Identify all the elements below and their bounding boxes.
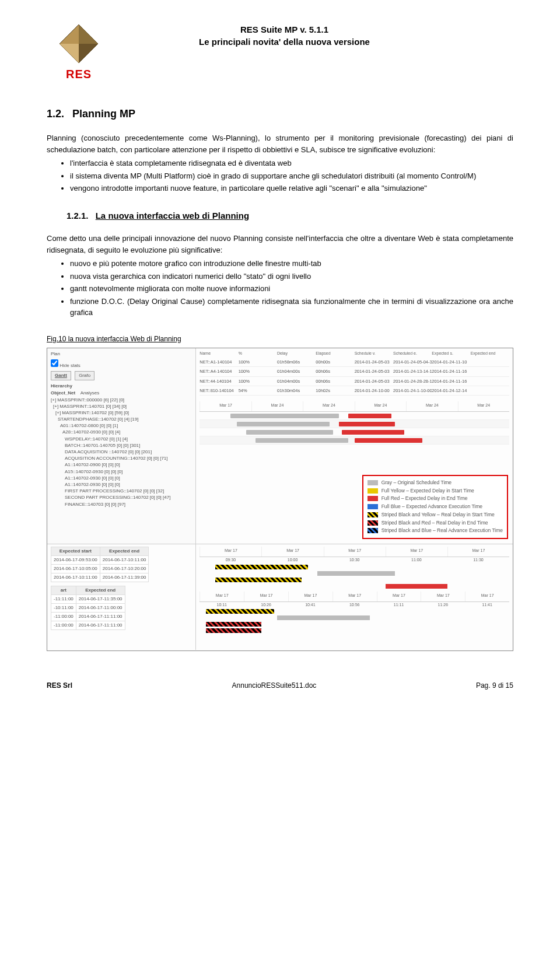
title-line1: RES Suite MP v. 5.1.1: [120, 23, 449, 36]
tree-item[interactable]: FINANCE::140703 [0] [0] [97]: [51, 501, 192, 508]
legend-item: Full Yellow – Expected Delay in Start Ti…: [368, 487, 503, 495]
res-diamond-icon: [58, 23, 99, 64]
gantt-panel: Name%DelayElapsedSchedule v.Scheduled e.…: [196, 348, 513, 544]
res-logo-text: RES: [47, 65, 111, 83]
page-footer: RES Srl AnnuncioRESSuite511.doc Pag. 9 d…: [47, 680, 513, 691]
footer-center: AnnuncioRESSuite511.doc: [232, 680, 317, 691]
list-item: l'interfaccia è stata completamente ridi…: [70, 158, 513, 169]
hierarchy-panel: Plan Hide stats Gantt Grafo Hierarchy Ob…: [47, 348, 196, 544]
hide-stats-label: Hide stats: [60, 363, 80, 368]
tree-header: Hierarchy: [51, 383, 192, 390]
logo-block: RES: [47, 23, 111, 83]
tree-item[interactable]: SECOND PART PROCESSING::140702 [0] [0] […: [51, 494, 192, 501]
section-title: Planning MP: [72, 106, 135, 122]
subsection-title: La nuova interfaccia web di Planning: [96, 211, 249, 221]
footer-left: RES Srl: [47, 680, 72, 691]
legend-item: Full Blue – Expected Advance Execution T…: [368, 503, 503, 510]
legend-item: Full Red – Expected Delay in End Time: [368, 495, 503, 502]
list-item: funzione D.O.C. (Delay Original Cause) c…: [70, 296, 513, 319]
legend-item: Gray – Original Scheduled Time: [368, 479, 503, 487]
tree-item[interactable]: A15::140702-0930 [0] [0] [0]: [51, 468, 192, 475]
svg-marker-2: [79, 44, 98, 63]
tree-item[interactable]: A28::140702-0930 [0] [0] [4]: [51, 429, 192, 435]
tree-item[interactable]: A1::140702-0900 [0] [0] [0]: [51, 461, 192, 468]
figure-caption: Fig.10 la nuova interfaccia Web di Plann…: [47, 334, 513, 344]
subsection-number: 1.2.1.: [66, 211, 89, 221]
subsection-heading: 1.2.1. La nuova interfaccia web di Plann…: [66, 209, 513, 223]
section-heading: 1.2. Planning MP: [47, 106, 513, 122]
bottom-left-table: Expected startExpected end2014-06-17-09:…: [47, 544, 196, 650]
page-header: RES RES Suite MP v. 5.1.1 Le principali …: [47, 23, 513, 83]
tree-item[interactable]: BATCH::140701-140705 [0] [0] [301]: [51, 442, 192, 449]
legend-item: Striped Black and Yellow – Real Delay in…: [368, 511, 503, 519]
hide-stats-checkbox[interactable]: [51, 359, 58, 367]
tree-item[interactable]: WSPDELAY::140702 [0] [1] [4]: [51, 436, 192, 442]
object-net-label: Object_Net: [51, 390, 75, 396]
tree-item[interactable]: ACQUISITION ACCOUNTING::140702 [0] [0] […: [51, 455, 192, 461]
svg-marker-1: [79, 25, 98, 44]
list-item: nuovo e più potente motore grafico con i…: [70, 258, 513, 270]
legend-box: Gray – Original Scheduled TimeFull Yello…: [362, 475, 508, 539]
subsection-intro: Come detto una delle principali innovazi…: [47, 233, 513, 256]
footer-right: Pag. 9 di 15: [476, 680, 513, 691]
section-bullet-list: l'interfaccia è stata completamente ridi…: [70, 158, 513, 194]
tabs: Gantt Grafo: [51, 371, 192, 380]
plan-label: Plan: [51, 351, 60, 356]
tree-item[interactable]: A1::140702-0930 [0] [0] [0]: [51, 481, 192, 488]
section-intro: Planning (conosciuto precedentemente com…: [47, 132, 513, 155]
tree-item[interactable]: A01::140702-0800 [0] [0] [1]: [51, 422, 192, 429]
subsection-bullet-list: nuovo e più potente motore grafico con i…: [70, 258, 513, 319]
tree-item[interactable]: FIRST PART PROCESSING::140702 [0] [0] [3…: [51, 488, 192, 494]
tree-item[interactable]: [+] MASSPRINT::140701 [0] [34] [0]: [51, 403, 192, 410]
list-item: il sistema diventa MP (Multi Platform) c…: [70, 170, 513, 182]
list-item: vengono introdotte importanti nuove feat…: [70, 183, 513, 194]
header-title: RES Suite MP v. 5.1.1 Le principali novi…: [120, 23, 449, 48]
list-item: nuova vista gerarchica con indicatori nu…: [70, 271, 513, 282]
legend-item: Striped Black and Red – Real Delay in En…: [368, 519, 503, 527]
tree-item[interactable]: [+] MASSPRINT::140702 [0] [59] [0]: [51, 410, 192, 416]
analyses-label: Analyses: [80, 390, 99, 396]
tab-gantt[interactable]: Gantt: [51, 371, 71, 380]
tree-item[interactable]: [+] MASSPRINT::000000 [6] [22] [0]: [51, 397, 192, 403]
bottom-gantt: Mar 17Mar 17Mar 17Mar 17Mar 1709:3010:00…: [196, 544, 513, 650]
tree-item[interactable]: DATA ACQUISITION ::140702 [0] [0] [201]: [51, 449, 192, 455]
legend-item: Striped Black and Blue – Real Advance Ex…: [368, 527, 503, 534]
hierarchy-tree: [+] MASSPRINT::000000 [6] [22] [0][+] MA…: [51, 397, 192, 508]
tree-item[interactable]: A1::140702-0930 [0] [0] [0]: [51, 475, 192, 481]
title-line2: Le principali novita' della nuova versio…: [120, 36, 449, 48]
planning-screenshot: Plan Hide stats Gantt Grafo Hierarchy Ob…: [47, 348, 513, 651]
svg-marker-3: [60, 44, 79, 63]
tree-item[interactable]: STARTENDPHASE::140702 [0] [4] [19]: [51, 416, 192, 422]
list-item: gantt notevolmente migliorata con molte …: [70, 283, 513, 295]
tab-grafo[interactable]: Grafo: [75, 371, 94, 380]
section-number: 1.2.: [47, 106, 64, 122]
